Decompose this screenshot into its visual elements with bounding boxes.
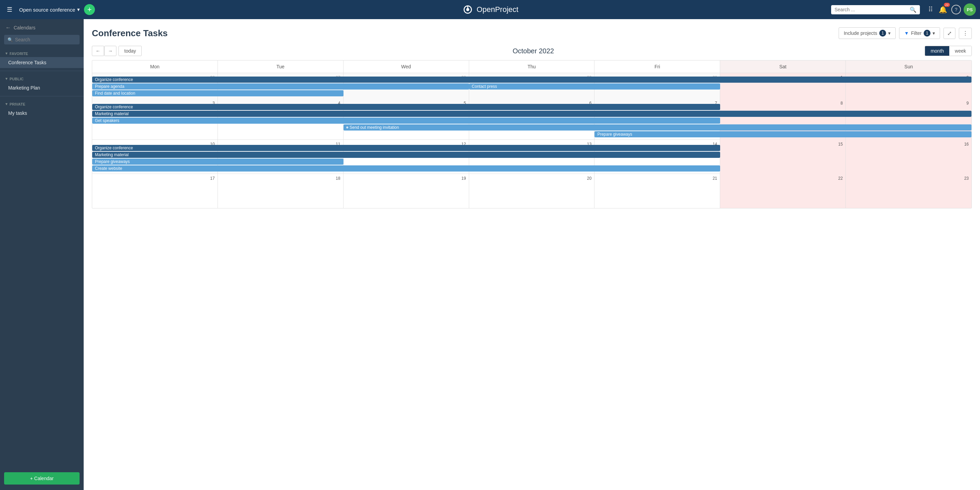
section-private[interactable]: ▾ PRIVATE <box>0 99 84 108</box>
calendar-nav-row: ← → today October 2022 month week <box>92 46 972 56</box>
include-projects-button[interactable]: Include projects 1 ▾ <box>838 27 896 39</box>
logo: OpenProject <box>462 5 518 14</box>
week-row-4: 17 18 19 20 21 22 23 <box>92 174 972 208</box>
day-num: 15 <box>722 141 844 147</box>
sidebar: ← Calendars 🔍 ▾ Conference Tasks FAVORIT… <box>0 19 84 490</box>
day-headers: Mon Tue Wed Thu Fri Sat Sun <box>92 61 972 73</box>
day-header-sat: Sat <box>720 61 846 73</box>
add-button[interactable]: + <box>84 4 95 15</box>
sidebar-search-box[interactable]: 🔍 <box>4 35 80 45</box>
notification-badge: 22 <box>944 3 950 7</box>
week-row-2: 3 4 5 6 7 8 9 <box>92 99 972 140</box>
event-marketing-material-3[interactable]: Marketing material <box>92 152 720 158</box>
chevron-down-icon: ▾ <box>5 102 8 106</box>
grid-icon[interactable]: ⠿ <box>927 4 935 15</box>
openproject-logo-icon <box>462 5 474 14</box>
chevron-down-icon: ▾ <box>932 30 935 36</box>
section-favorite[interactable]: ▾ Conference Tasks FAVORITE <box>0 48 84 57</box>
event-get-speakers[interactable]: Get speakers <box>92 118 720 124</box>
avatar[interactable]: PS <box>964 3 976 16</box>
calendar-grid: Mon Tue Wed Thu Fri Sat Sun 26 27 28 2 <box>92 60 972 208</box>
day-num: 9 <box>847 100 970 106</box>
day-num: 20 <box>471 175 593 182</box>
section-favorite-label: FAVORITE <box>10 52 28 56</box>
cell-oct20: 20 <box>469 174 595 208</box>
sidebar-back-label: Calendars <box>14 25 35 30</box>
section-public-label: PUBLIC <box>10 77 24 81</box>
divider <box>0 71 84 71</box>
back-arrow-icon: ← <box>5 25 11 31</box>
cell-oct18: 18 <box>218 174 344 208</box>
cell-oct19: 19 <box>344 174 469 208</box>
event-prepare-giveaways-w3[interactable]: Prepare giveaways <box>92 158 344 165</box>
day-header-wed: Wed <box>344 61 469 73</box>
event-find-date-location[interactable]: Find date and location <box>92 90 344 96</box>
project-name-label: Open source conference <box>19 7 75 13</box>
month-view-button[interactable]: month <box>925 46 949 56</box>
day-num: 17 <box>94 175 216 182</box>
sidebar-item-my-tasks[interactable]: My tasks <box>0 108 84 118</box>
event-send-meeting-invitation[interactable]: Send out meeting invitation <box>344 124 972 131</box>
search-icon: 🔍 <box>910 6 916 13</box>
notifications-icon[interactable]: 🔔 22 <box>937 4 948 15</box>
include-label: Include projects <box>844 30 877 36</box>
day-header-tue: Tue <box>218 61 344 73</box>
day-num: 16 <box>847 141 970 147</box>
event-organize-conference-2[interactable]: Organize conference <box>92 104 720 110</box>
section-private-label: PRIVATE <box>10 102 25 106</box>
help-icon[interactable]: ? <box>951 5 961 14</box>
main-content: Conference Tasks Include projects 1 ▾ ▼ … <box>84 19 980 490</box>
sidebar-search-icon: 🔍 <box>8 37 13 42</box>
day-num: 21 <box>596 175 718 182</box>
event-contact-press[interactable]: Contact press <box>469 83 721 89</box>
next-button[interactable]: → <box>104 46 116 56</box>
prev-button[interactable]: ← <box>92 46 104 56</box>
day-header-fri: Fri <box>595 61 720 73</box>
chevron-down-icon: ▾ <box>77 6 80 13</box>
today-button[interactable]: today <box>118 46 142 56</box>
global-search-box[interactable]: 🔍 <box>831 5 920 14</box>
section-public[interactable]: ▾ PUBLIC <box>0 74 84 82</box>
chevron-down-icon: ▾ <box>888 30 891 36</box>
event-create-website[interactable]: Create website <box>92 165 720 172</box>
filter-icon: ▼ <box>904 30 909 36</box>
more-options-button[interactable]: ⋮ <box>959 28 972 39</box>
top-nav: ☰ Open source conference ▾ + OpenProject… <box>0 0 980 19</box>
sidebar-back-button[interactable]: ← Calendars <box>0 19 84 34</box>
event-prepare-agenda[interactable]: Prepare agenda <box>92 83 469 89</box>
cell-oct21: 21 <box>595 174 720 208</box>
event-marketing-material[interactable]: Marketing material <box>92 111 972 117</box>
event-organize-conference[interactable]: Organize conference <box>92 77 972 83</box>
day-num: 8 <box>722 100 844 106</box>
day-header-sun: Sun <box>846 61 972 73</box>
logo-text: OpenProject <box>477 5 518 14</box>
week-row-3: 10 11 12 13 14 15 16 <box>92 140 972 174</box>
add-calendar-button[interactable]: + Calendar <box>4 472 80 485</box>
event-organize-conference-3[interactable]: Organize conference <box>92 145 720 151</box>
chevron-down-icon: ▾ <box>5 77 8 81</box>
chevron-down-icon: ▾ <box>5 51 8 56</box>
day-num: 22 <box>722 175 844 182</box>
divider-2 <box>0 96 84 96</box>
event-prepare-giveaways-w2[interactable]: Prepare giveaways <box>595 131 972 137</box>
week-4-cells: 17 18 19 20 21 22 23 <box>92 174 972 208</box>
day-header-thu: Thu <box>469 61 595 73</box>
filter-button[interactable]: ▼ Filter 1 ▾ <box>899 27 940 39</box>
day-num: 19 <box>345 175 468 182</box>
sidebar-item-conference-tasks[interactable]: Conference Tasks <box>0 57 84 68</box>
resize-handle[interactable] <box>82 19 84 490</box>
week-row-1: 26 27 28 29 30 1 2 <box>92 73 972 99</box>
sidebar-search-input[interactable] <box>15 37 76 42</box>
fullscreen-button[interactable]: ⤢ <box>943 28 955 39</box>
calendar-header: Conference Tasks Include projects 1 ▾ ▼ … <box>92 27 972 39</box>
sidebar-item-marketing-plan[interactable]: Marketing Plan <box>0 82 84 93</box>
hamburger-icon[interactable]: ☰ <box>4 5 15 15</box>
filter-label: Filter <box>911 30 922 36</box>
day-num: 18 <box>219 175 342 182</box>
project-selector[interactable]: Open source conference ▾ <box>19 6 80 13</box>
week-view-button[interactable]: week <box>949 46 972 56</box>
day-header-mon: Mon <box>92 61 218 73</box>
include-count: 1 <box>879 30 886 37</box>
cell-oct17: 17 <box>92 174 218 208</box>
search-input[interactable] <box>835 7 908 12</box>
